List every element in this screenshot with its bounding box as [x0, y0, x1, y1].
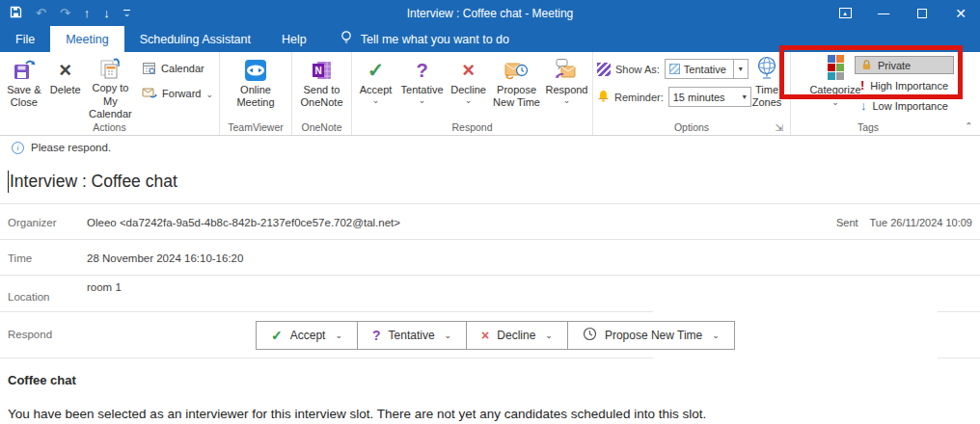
accept-icon: ✓ — [271, 328, 283, 343]
move-down-icon[interactable]: ↓ — [103, 7, 110, 19]
tab-scheduling-assistant[interactable]: Scheduling Assistant — [124, 26, 266, 52]
sent-info: Sent Tue 26/11/2024 10:09 — [836, 217, 972, 228]
ribbon-group-onenote: N Send to OneNote OneNote — [292, 52, 352, 135]
delete-icon: × — [59, 57, 71, 84]
save-close-button[interactable]: Save & Close — [2, 55, 46, 120]
onenote-icon: N — [310, 57, 335, 84]
tab-meeting[interactable]: Meeting — [50, 26, 123, 52]
customize-qat-icon[interactable]: ⌄ — [123, 10, 131, 16]
tell-me-box[interactable]: Tell me what you want to do — [322, 26, 509, 52]
outlook-meeting-window: ↶ ↷ ↑ ↓ ⌄ Interview : Coffee chat - Meet… — [0, 0, 980, 424]
tab-help[interactable]: Help — [266, 26, 322, 52]
clock-icon — [583, 327, 597, 344]
collapse-ribbon-icon[interactable]: ⌄ — [965, 120, 972, 131]
location-row: Location room 1 — [0, 276, 980, 311]
minimize-button[interactable]: — — [864, 0, 903, 26]
message-body: Coffee chat You have been selected as an… — [0, 358, 980, 421]
organizer-label: Organizer — [8, 217, 57, 228]
reminder-label: Reminder: — [614, 92, 664, 103]
onenote-group-label: OneNote — [292, 121, 351, 133]
decline-response-button[interactable]: × Decline ⌄ — [466, 322, 567, 349]
show-as-dropdown-arrow[interactable]: ▾ — [734, 59, 749, 79]
ribbon-tentative-button[interactable]: ? Tentative ⌄ — [397, 55, 447, 120]
tentative-icon: ? — [372, 328, 381, 343]
forward-label: Forward — [162, 88, 201, 99]
redo-icon: ↷ — [60, 7, 70, 19]
tags-group-label: Tags — [772, 121, 965, 133]
show-as-dropdown[interactable]: Tentative — [665, 59, 734, 79]
tentative-response-button[interactable]: ? Tentative ⌄ — [357, 322, 466, 349]
location-label: Location — [8, 291, 49, 303]
chevron-down-icon: ⌄ — [831, 99, 839, 105]
calendar-icon — [142, 61, 156, 77]
teamviewer-icon — [243, 57, 268, 84]
ribbon-decline-button[interactable]: × Decline ⌄ — [447, 55, 490, 120]
ribbon-group-actions: Save & Close × Delete Copy to My Calenda… — [0, 52, 220, 135]
chevron-down-icon: ⌄ — [372, 97, 380, 103]
send-to-onenote-label: Send to OneNote — [295, 84, 349, 109]
save-icon[interactable] — [10, 6, 22, 20]
lightbulb-icon — [340, 30, 353, 48]
propose-new-time-response-button[interactable]: Propose New Time ⌄ — [567, 322, 734, 349]
info-icon: i — [12, 142, 24, 154]
location-value[interactable]: room 1 — [87, 281, 122, 293]
teamviewer-group-label: TeamViewer — [220, 121, 291, 133]
tell-me-label: Tell me what you want to do — [361, 33, 509, 46]
calendar-button[interactable]: Calendar — [142, 59, 213, 78]
show-as-icon — [597, 63, 611, 76]
chevron-down-icon: ⌄ — [419, 97, 426, 103]
ribbon-group-options: Show As: Tentative ▾ Reminder: 15 minute… — [593, 52, 791, 135]
accept-icon: ✓ — [368, 57, 385, 84]
send-to-onenote-button[interactable]: N Send to OneNote — [295, 55, 349, 120]
sent-label: Sent — [836, 217, 858, 228]
subject-field[interactable]: Interview : Coffee chat — [0, 159, 980, 204]
forward-button[interactable]: Forward ⌄ — [142, 84, 213, 103]
tentative-pattern-icon — [669, 64, 680, 74]
tentative-response-label: Tentative — [389, 329, 435, 342]
quick-access-toolbar: ↶ ↷ ↑ ↓ ⌄ — [0, 6, 130, 20]
ribbon-display-options-button[interactable]: ▴ — [826, 0, 864, 26]
body-text: You have been selected as an interviewer… — [8, 407, 972, 421]
chevron-down-icon: ⌄ — [545, 331, 553, 340]
delete-button[interactable]: × Delete — [46, 55, 85, 120]
globe-icon — [754, 54, 779, 84]
calendar-label: Calendar — [161, 63, 204, 74]
copy-to-my-calendar-button[interactable]: Copy to My Calendar — [85, 55, 136, 120]
time-label: Time — [8, 252, 32, 264]
chevron-down-icon: ⌄ — [205, 92, 213, 97]
ribbon-propose-new-time-button[interactable]: Propose New Time — [490, 55, 543, 120]
subject-text: Interview : Coffee chat — [10, 172, 177, 192]
copy-calendar-label: Copy to My Calendar — [85, 82, 136, 120]
accept-response-button[interactable]: ✓ Accept ⌄ — [257, 322, 357, 349]
title-bar: ↶ ↷ ↑ ↓ ⌄ Interview : Coffee chat - Meet… — [0, 0, 980, 26]
show-as-value: Tentative — [684, 64, 726, 75]
body-heading: Coffee chat — [8, 373, 972, 387]
online-meeting-button[interactable]: Online Meeting — [225, 55, 286, 120]
tab-file[interactable]: File — [0, 26, 50, 52]
time-row: Time 28 November 2024 16:10-16:20 — [0, 240, 980, 276]
reminder-value: 15 minutes — [673, 92, 725, 103]
organizer-row: Organizer Oleeo <da7242fa-9a5d-4b8c-842b… — [0, 204, 980, 240]
move-up-icon[interactable]: ↑ — [84, 7, 91, 19]
svg-text:N: N — [314, 66, 321, 76]
respond-button-group: ✓ Accept ⌄ ? Tentative ⌄ × Decline ⌄ Pro… — [256, 321, 735, 350]
dropdown-arrow-icon: ▾ — [743, 93, 747, 101]
info-bar: i Please respond. — [0, 136, 980, 159]
save-close-icon — [12, 57, 37, 84]
propose-new-time-label: Propose New Time — [490, 84, 543, 109]
close-button[interactable]: ✕ — [941, 0, 980, 26]
maximize-button[interactable] — [903, 0, 941, 26]
ribbon-accept-button[interactable]: ✓ Accept ⌄ — [354, 55, 397, 120]
window-controls: ▴ — ✕ — [826, 0, 980, 26]
propose-new-time-icon — [504, 57, 531, 84]
reminder-dropdown[interactable]: 15 minutes ▾ — [668, 87, 751, 107]
accept-response-label: Accept — [290, 329, 326, 342]
actions-group-label: Actions — [0, 121, 219, 133]
respond-group-label: Respond — [352, 121, 592, 133]
chevron-down-icon: ⌄ — [563, 97, 571, 103]
delete-label: Delete — [50, 84, 81, 96]
ribbon-respond-button[interactable]: Respond ⌄ — [543, 55, 590, 120]
chevron-down-icon: ⌄ — [712, 331, 720, 340]
forward-icon — [142, 87, 157, 101]
ribbon-display-icon: ▴ — [839, 8, 852, 18]
